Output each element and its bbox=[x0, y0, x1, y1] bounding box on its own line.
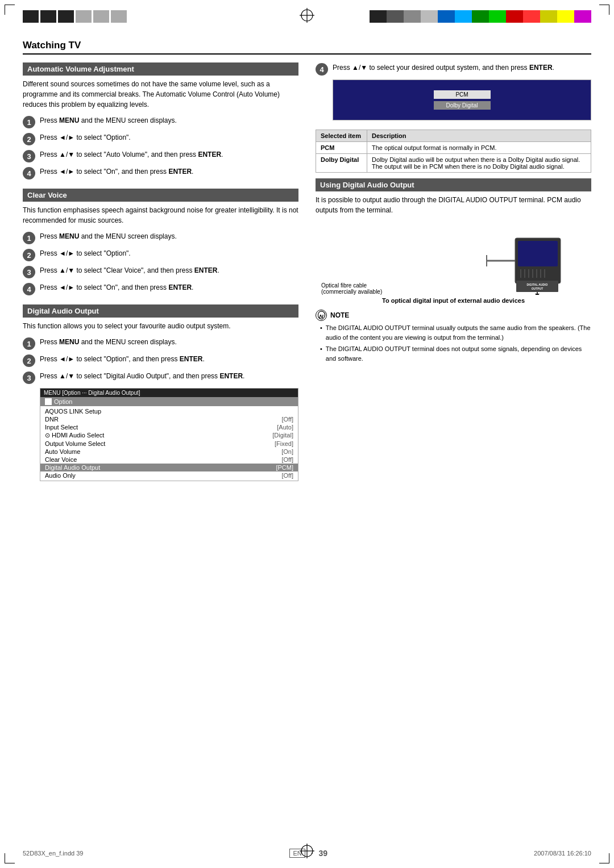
step-text-3-av: Press ▲/▼ to select "Auto Volume", and t… bbox=[40, 149, 298, 160]
step-text-4-av: Press ◄/► to select "On", and then press… bbox=[40, 166, 298, 177]
section-header-auto-volume: Automatic Volume Adjustment bbox=[23, 62, 298, 76]
left-column: Automatic Volume Adjustment Different so… bbox=[23, 62, 298, 834]
bar-block bbox=[40, 10, 56, 23]
option-dolby-digital: Dolby Digital bbox=[434, 101, 491, 110]
note-bullet-2-text: The DIGITAL AUDIO OUTPUT terminal does n… bbox=[326, 344, 591, 363]
step-text-1-da: Press MENU and the MENU screen displays. bbox=[40, 337, 298, 347]
note-section: N NOTE The DIGITAL AUDIO OUTPUT terminal… bbox=[316, 310, 591, 363]
step-num-1: 1 bbox=[23, 116, 35, 128]
page-number-value: 39 bbox=[319, 849, 328, 858]
color-block bbox=[489, 10, 506, 23]
step-num-1-da: 1 bbox=[23, 337, 35, 350]
step-3-da: 3 Press ▲/▼ to select "Digital Audio Out… bbox=[23, 371, 298, 384]
optical-label-line1: Optical fibre cable bbox=[321, 282, 457, 289]
step-3-cv: 3 Press ▲/▼ to select "Clear Voice", and… bbox=[23, 265, 298, 278]
section-header-clear-voice: Clear Voice bbox=[23, 189, 298, 202]
bar-block bbox=[58, 10, 74, 23]
footer-left: 52D83X_en_f.indd 39 bbox=[23, 850, 83, 857]
step-text-1-cv: Press MENU and the MENU screen displays. bbox=[40, 231, 298, 241]
bar-block bbox=[93, 10, 109, 23]
note-bullet-1-text: The DIGITAL AUDIO OUTPUT terminal usuall… bbox=[326, 323, 591, 342]
note-text: The DIGITAL AUDIO OUTPUT terminal usuall… bbox=[320, 323, 591, 363]
step-text-2-cv: Press ◄/► to select "Option". bbox=[40, 248, 298, 258]
section-header-using: Using Digital Audio Output bbox=[316, 178, 591, 191]
step-num-4: 4 bbox=[23, 167, 35, 180]
step-4-av: 4 Press ◄/► to select "On", and then pre… bbox=[23, 166, 298, 180]
section-auto-volume: Automatic Volume Adjustment Different so… bbox=[23, 62, 298, 180]
page-title: Watching TV bbox=[23, 40, 591, 55]
optical-fibre-label: Optical fibre cable (commercially availa… bbox=[316, 282, 457, 295]
color-block bbox=[557, 10, 574, 23]
two-col-layout: Automatic Volume Adjustment Different so… bbox=[23, 62, 591, 834]
menu-selected-label: Option bbox=[54, 398, 72, 405]
menu-row-auto-volume: Auto Volume[On] bbox=[40, 448, 298, 456]
corner-mark-br bbox=[599, 853, 609, 863]
svg-text:DIGITAL AUDIO: DIGITAL AUDIO bbox=[527, 283, 548, 286]
right-column: 4 Press ▲/▼ to select your desired outpu… bbox=[316, 62, 591, 834]
main-content: Watching TV Automatic Volume Adjustment … bbox=[23, 40, 591, 834]
color-block bbox=[523, 10, 540, 23]
step-text-2-da: Press ◄/► to select "Option", and then p… bbox=[40, 354, 298, 364]
step-4-right: 4 Press ▲/▼ to select your desired outpu… bbox=[316, 62, 591, 76]
note-bullet-1: The DIGITAL AUDIO OUTPUT terminal usuall… bbox=[320, 323, 591, 342]
step-num-3: 3 bbox=[23, 150, 35, 162]
device-diagram: DIGITAL AUDIO OUTPUT bbox=[457, 221, 592, 295]
note-icon: N bbox=[316, 310, 327, 321]
section-desc-using: It is possible to output audio through t… bbox=[316, 195, 591, 215]
color-block bbox=[455, 10, 472, 23]
table-cell-pcm-item: PCM bbox=[316, 142, 367, 154]
menu-rows: AQUOS LINK Setup DNR[Off] Input Select[A… bbox=[40, 406, 298, 481]
footer-right: 2007/08/31 16:26:10 bbox=[534, 850, 591, 857]
svg-rect-6 bbox=[518, 241, 558, 266]
svg-rect-14 bbox=[516, 281, 558, 292]
step-2-av: 2 Press ◄/► to select "Option". bbox=[23, 132, 298, 145]
menu-row-input-select: Input Select[Auto] bbox=[40, 423, 298, 431]
registration-mark bbox=[300, 8, 314, 24]
step-num-1-cv: 1 bbox=[23, 232, 35, 244]
step-text-3-cv: Press ▲/▼ to select "Clear Voice", and t… bbox=[40, 265, 298, 276]
step4-options-list: PCM Dolby Digital bbox=[339, 90, 585, 110]
table-cell-dolby-desc: Dolby Digital audio will be output when … bbox=[367, 154, 591, 173]
color-block bbox=[404, 10, 421, 23]
step-1-av: 1 Press MENU and the MENU screen display… bbox=[23, 115, 298, 128]
color-block bbox=[472, 10, 489, 23]
menu-item-icon bbox=[45, 398, 52, 405]
svg-text:OUTPUT: OUTPUT bbox=[532, 287, 544, 290]
step-2-da: 2 Press ◄/► to select "Option", and then… bbox=[23, 354, 298, 367]
bar-block bbox=[76, 10, 92, 23]
table-cell-dolby-item: Dolby Digital bbox=[316, 154, 367, 173]
step-num-3-da: 3 bbox=[23, 372, 35, 384]
step-text-1-av: Press MENU and the MENU screen displays. bbox=[40, 115, 298, 126]
menu-selected-item: Option bbox=[40, 397, 298, 406]
note-label: NOTE bbox=[330, 311, 349, 319]
table-row-pcm: PCM The optical output format is normall… bbox=[316, 142, 591, 154]
table-row-dolby: Dolby Digital Dolby Digital audio will b… bbox=[316, 154, 591, 173]
color-block bbox=[540, 10, 557, 23]
step-num-2-da: 2 bbox=[23, 354, 35, 367]
color-block bbox=[370, 10, 387, 23]
color-block bbox=[387, 10, 404, 23]
step-3-av: 3 Press ▲/▼ to select "Auto Volume", and… bbox=[23, 149, 298, 162]
step4-block: 4 Press ▲/▼ to select your desired outpu… bbox=[316, 62, 591, 120]
step4-options-box: PCM Dolby Digital bbox=[333, 80, 591, 120]
section-desc-clear-voice: This function emphasises speech against … bbox=[23, 205, 298, 226]
corner-mark-tl bbox=[5, 5, 15, 15]
step-1-da: 1 Press MENU and the MENU screen display… bbox=[23, 337, 298, 350]
output-table: Selected item Description PCM The optica… bbox=[316, 130, 591, 173]
menu-row-hdmi-audio: ⊙ HDMI Audio Select[Digital] bbox=[40, 431, 298, 440]
menu-row-output-volume: Output Volume Select[Fixed] bbox=[40, 440, 298, 448]
section-header-digital-audio: Digital Audio Output bbox=[23, 304, 298, 318]
step-num-4-cv: 4 bbox=[23, 283, 35, 295]
diagram-box: Optical fibre cable (commercially availa… bbox=[316, 221, 591, 304]
diagram-caption: To optical digital input of external aud… bbox=[382, 297, 525, 304]
color-block bbox=[574, 10, 591, 23]
corner-mark-tr bbox=[599, 5, 609, 15]
step-4-cv: 4 Press ◄/► to select "On", and then pre… bbox=[23, 282, 298, 295]
registration-mark-bottom bbox=[300, 844, 314, 860]
section-desc-digital-audio: This function allows you to select your … bbox=[23, 321, 298, 331]
step-num-3-cv: 3 bbox=[23, 266, 35, 278]
bar-block bbox=[111, 10, 127, 23]
section-clear-voice: Clear Voice This function emphasises spe… bbox=[23, 189, 298, 295]
diagram-layout: Optical fibre cable (commercially availa… bbox=[316, 221, 591, 295]
table-header-selected-item: Selected item bbox=[316, 130, 367, 142]
